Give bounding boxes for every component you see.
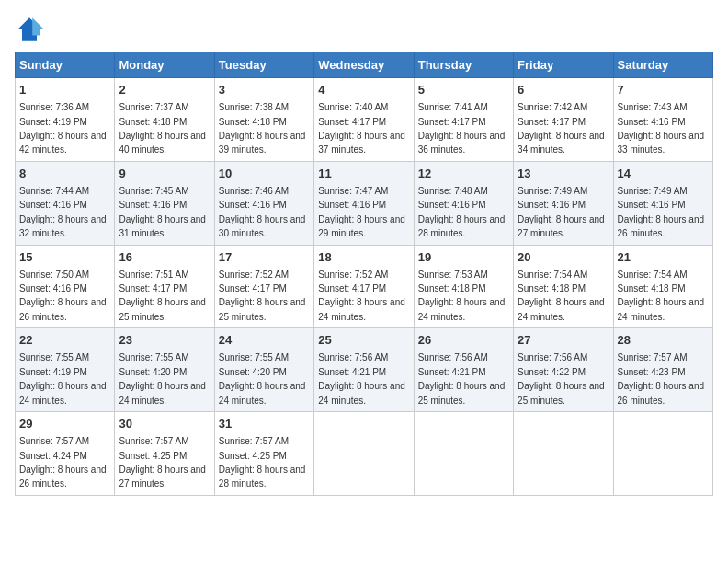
table-row: 26 Sunrise: 7:56 AMSunset: 4:21 PMDaylig… bbox=[414, 328, 513, 412]
column-header-sunday: Sunday bbox=[16, 52, 115, 78]
day-info: Sunrise: 7:57 AMSunset: 4:25 PMDaylight:… bbox=[119, 436, 206, 488]
day-info: Sunrise: 7:55 AMSunset: 4:20 PMDaylight:… bbox=[119, 352, 206, 405]
table-row: 24 Sunrise: 7:55 AMSunset: 4:20 PMDaylig… bbox=[214, 328, 313, 412]
day-info: Sunrise: 7:57 AMSunset: 4:24 PMDaylight:… bbox=[19, 436, 107, 488]
day-number: 24 bbox=[219, 332, 310, 349]
calendar-header-row: SundayMondayTuesdayWednesdayThursdayFrid… bbox=[16, 52, 713, 78]
day-info: Sunrise: 7:40 AMSunset: 4:17 PMDaylight:… bbox=[318, 102, 405, 155]
table-row: 11 Sunrise: 7:47 AMSunset: 4:16 PMDaylig… bbox=[314, 161, 414, 245]
table-row: 17 Sunrise: 7:52 AMSunset: 4:17 PMDaylig… bbox=[214, 245, 313, 328]
day-info: Sunrise: 7:57 AMSunset: 4:25 PMDaylight:… bbox=[219, 436, 306, 488]
day-number: 11 bbox=[318, 166, 409, 182]
table-row: 6 Sunrise: 7:42 AMSunset: 4:17 PMDayligh… bbox=[514, 78, 613, 162]
day-info: Sunrise: 7:56 AMSunset: 4:21 PMDaylight:… bbox=[418, 352, 506, 405]
table-row: 7 Sunrise: 7:43 AMSunset: 4:16 PMDayligh… bbox=[613, 78, 712, 162]
day-info: Sunrise: 7:53 AMSunset: 4:18 PMDaylight:… bbox=[418, 270, 506, 322]
table-row: 2 Sunrise: 7:37 AMSunset: 4:18 PMDayligh… bbox=[115, 78, 214, 162]
day-info: Sunrise: 7:47 AMSunset: 4:16 PMDaylight:… bbox=[318, 186, 405, 238]
table-row: 16 Sunrise: 7:51 AMSunset: 4:17 PMDaylig… bbox=[115, 245, 214, 328]
table-row: 4 Sunrise: 7:40 AMSunset: 4:17 PMDayligh… bbox=[314, 78, 414, 162]
calendar-week-row: 29 Sunrise: 7:57 AMSunset: 4:24 PMDaylig… bbox=[16, 412, 713, 496]
day-info: Sunrise: 7:54 AMSunset: 4:18 PMDaylight:… bbox=[618, 270, 705, 322]
calendar-table: SundayMondayTuesdayWednesdayThursdayFrid… bbox=[15, 52, 713, 496]
table-row: 25 Sunrise: 7:56 AMSunset: 4:21 PMDaylig… bbox=[314, 328, 414, 412]
day-number: 22 bbox=[19, 332, 110, 349]
table-row: 13 Sunrise: 7:49 AMSunset: 4:16 PMDaylig… bbox=[514, 161, 613, 245]
day-number: 28 bbox=[618, 332, 709, 349]
day-number: 13 bbox=[518, 166, 609, 182]
day-number: 29 bbox=[19, 416, 110, 432]
day-number: 31 bbox=[219, 416, 310, 432]
column-header-tuesday: Tuesday bbox=[214, 52, 313, 78]
column-header-monday: Monday bbox=[115, 52, 214, 78]
day-number: 15 bbox=[19, 249, 110, 266]
table-row: 30 Sunrise: 7:57 AMSunset: 4:25 PMDaylig… bbox=[115, 412, 214, 496]
day-number: 3 bbox=[219, 82, 310, 98]
day-number: 26 bbox=[418, 332, 509, 349]
day-number: 25 bbox=[318, 332, 409, 349]
column-header-saturday: Saturday bbox=[613, 52, 712, 78]
table-row: 10 Sunrise: 7:46 AMSunset: 4:16 PMDaylig… bbox=[214, 161, 313, 245]
day-info: Sunrise: 7:52 AMSunset: 4:17 PMDaylight:… bbox=[318, 270, 405, 322]
svg-marker-1 bbox=[32, 17, 44, 35]
table-row: 8 Sunrise: 7:44 AMSunset: 4:16 PMDayligh… bbox=[16, 161, 115, 245]
table-row: 1 Sunrise: 7:36 AMSunset: 4:19 PMDayligh… bbox=[16, 78, 115, 162]
day-number: 6 bbox=[518, 82, 609, 98]
day-info: Sunrise: 7:57 AMSunset: 4:23 PMDaylight:… bbox=[618, 352, 705, 405]
table-row bbox=[314, 412, 414, 496]
day-info: Sunrise: 7:56 AMSunset: 4:22 PMDaylight:… bbox=[518, 352, 605, 405]
day-number: 16 bbox=[119, 249, 210, 266]
column-header-wednesday: Wednesday bbox=[314, 52, 414, 78]
day-info: Sunrise: 7:51 AMSunset: 4:17 PMDaylight:… bbox=[119, 270, 206, 322]
day-info: Sunrise: 7:45 AMSunset: 4:16 PMDaylight:… bbox=[119, 186, 206, 238]
day-number: 20 bbox=[518, 249, 609, 266]
table-row: 22 Sunrise: 7:55 AMSunset: 4:19 PMDaylig… bbox=[16, 328, 115, 412]
day-info: Sunrise: 7:37 AMSunset: 4:18 PMDaylight:… bbox=[119, 102, 206, 155]
table-row: 23 Sunrise: 7:55 AMSunset: 4:20 PMDaylig… bbox=[115, 328, 214, 412]
column-header-thursday: Thursday bbox=[414, 52, 513, 78]
day-number: 2 bbox=[119, 82, 210, 98]
day-info: Sunrise: 7:50 AMSunset: 4:16 PMDaylight:… bbox=[19, 270, 107, 322]
calendar-week-row: 8 Sunrise: 7:44 AMSunset: 4:16 PMDayligh… bbox=[16, 161, 713, 245]
day-info: Sunrise: 7:55 AMSunset: 4:20 PMDaylight:… bbox=[219, 352, 306, 405]
table-row: 27 Sunrise: 7:56 AMSunset: 4:22 PMDaylig… bbox=[514, 328, 613, 412]
day-info: Sunrise: 7:44 AMSunset: 4:16 PMDaylight:… bbox=[19, 186, 107, 238]
day-number: 21 bbox=[618, 249, 709, 266]
day-number: 30 bbox=[119, 416, 210, 432]
column-header-friday: Friday bbox=[514, 52, 613, 78]
table-row: 12 Sunrise: 7:48 AMSunset: 4:16 PMDaylig… bbox=[414, 161, 513, 245]
table-row: 18 Sunrise: 7:52 AMSunset: 4:17 PMDaylig… bbox=[314, 245, 414, 328]
day-info: Sunrise: 7:52 AMSunset: 4:17 PMDaylight:… bbox=[219, 270, 306, 322]
table-row bbox=[613, 412, 712, 496]
day-info: Sunrise: 7:56 AMSunset: 4:21 PMDaylight:… bbox=[318, 352, 405, 405]
logo-icon bbox=[15, 15, 44, 44]
day-number: 18 bbox=[318, 249, 409, 266]
day-number: 4 bbox=[318, 82, 409, 98]
day-info: Sunrise: 7:43 AMSunset: 4:16 PMDaylight:… bbox=[618, 102, 705, 155]
day-info: Sunrise: 7:42 AMSunset: 4:17 PMDaylight:… bbox=[518, 102, 605, 155]
day-number: 9 bbox=[119, 166, 210, 182]
day-number: 19 bbox=[418, 249, 509, 266]
calendar-week-row: 22 Sunrise: 7:55 AMSunset: 4:19 PMDaylig… bbox=[16, 328, 713, 412]
day-info: Sunrise: 7:36 AMSunset: 4:19 PMDaylight:… bbox=[19, 102, 107, 155]
table-row: 28 Sunrise: 7:57 AMSunset: 4:23 PMDaylig… bbox=[613, 328, 712, 412]
day-info: Sunrise: 7:55 AMSunset: 4:19 PMDaylight:… bbox=[19, 352, 107, 405]
table-row bbox=[514, 412, 613, 496]
day-info: Sunrise: 7:38 AMSunset: 4:18 PMDaylight:… bbox=[219, 102, 306, 155]
day-info: Sunrise: 7:41 AMSunset: 4:17 PMDaylight:… bbox=[418, 102, 506, 155]
page-header bbox=[15, 15, 713, 44]
day-number: 5 bbox=[418, 82, 509, 98]
table-row: 31 Sunrise: 7:57 AMSunset: 4:25 PMDaylig… bbox=[214, 412, 313, 496]
table-row: 3 Sunrise: 7:38 AMSunset: 4:18 PMDayligh… bbox=[214, 78, 313, 162]
day-number: 1 bbox=[19, 82, 110, 98]
day-info: Sunrise: 7:49 AMSunset: 4:16 PMDaylight:… bbox=[618, 186, 705, 238]
calendar-week-row: 1 Sunrise: 7:36 AMSunset: 4:19 PMDayligh… bbox=[16, 78, 713, 162]
day-number: 27 bbox=[518, 332, 609, 349]
day-info: Sunrise: 7:49 AMSunset: 4:16 PMDaylight:… bbox=[518, 186, 605, 238]
day-number: 14 bbox=[618, 166, 709, 182]
table-row: 19 Sunrise: 7:53 AMSunset: 4:18 PMDaylig… bbox=[414, 245, 513, 328]
table-row bbox=[414, 412, 513, 496]
table-row: 5 Sunrise: 7:41 AMSunset: 4:17 PMDayligh… bbox=[414, 78, 513, 162]
day-info: Sunrise: 7:48 AMSunset: 4:16 PMDaylight:… bbox=[418, 186, 506, 238]
table-row: 29 Sunrise: 7:57 AMSunset: 4:24 PMDaylig… bbox=[16, 412, 115, 496]
